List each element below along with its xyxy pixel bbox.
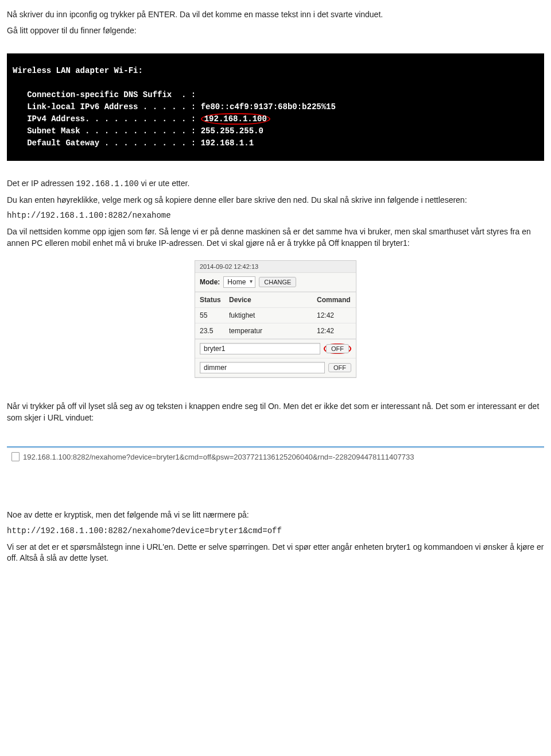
status-value: 55 (200, 311, 226, 319)
after-nexa-p1: Når vi trykker på off vil lyset slå seg … (7, 401, 544, 423)
command-time: 12:42 (317, 327, 351, 335)
code-line-1: hhtp://192.168.1.100:8282/nexahome (7, 210, 544, 222)
nexa-timestamp: 2014-09-02 12:42:13 (195, 261, 356, 273)
device-input[interactable]: dimmer (200, 362, 325, 373)
url-bar[interactable]: 192.168.1.100:8282/nexahome?device=bryte… (7, 449, 544, 465)
input-row-bryter1: bryter1 OFF (195, 339, 356, 358)
terminal-ipv4: IPv4 Address. . . . . . . . . . . : 192.… (13, 113, 538, 125)
device-input[interactable]: bryter1 (200, 343, 320, 354)
terminal-header: Wireless LAN adapter Wi-Fi: (13, 65, 538, 77)
intro-paragraph-2: Gå litt oppover til du finner følgende: (7, 25, 544, 37)
table-row: 55 fuktighet 12:42 (195, 308, 356, 323)
after-terminal-p2: Du kan enten høyreklikke, velge merk og … (7, 195, 544, 206)
input-row-dimmer: dimmer OFF (195, 358, 356, 377)
mode-select[interactable]: Home (223, 276, 255, 288)
col-status: Status (200, 296, 226, 304)
terminal-gateway: Default Gateway . . . . . . . . . : 192.… (13, 137, 538, 149)
off-button-circled: OFF (324, 344, 351, 354)
mode-label: Mode: (200, 278, 220, 286)
page-icon (11, 452, 20, 461)
terminal-ipv6: Link-local IPv6 Address . . . . . : fe80… (13, 101, 538, 113)
nexahome-panel: 2014-09-02 12:42:13 Mode: Home CHANGE St… (195, 260, 356, 378)
nexa-mode-row: Mode: Home CHANGE (195, 273, 356, 292)
terminal-mask: Subnet Mask . . . . . . . . . . . : 255.… (13, 125, 538, 137)
url-text: 192.168.1.100:8282/nexahome?device=bryte… (23, 453, 414, 461)
closing-p1: Noe av dette er kryptisk, men det følgen… (7, 510, 544, 521)
intro-paragraph-1: Nå skriver du inn ipconfig og trykker på… (7, 9, 544, 21)
change-button[interactable]: CHANGE (259, 277, 296, 287)
status-value: 23.5 (200, 327, 226, 335)
off-button[interactable]: OFF (326, 344, 349, 353)
off-button[interactable]: OFF (328, 363, 351, 372)
nexa-columns: Status Device Command (195, 292, 356, 308)
after-terminal-p3: Da vil nettsiden komme opp igjen som før… (7, 226, 544, 249)
terminal-dns: Connection-specific DNS Suffix . : (13, 89, 538, 101)
terminal-output: Wireless LAN adapter Wi-Fi: Connection-s… (7, 53, 544, 161)
device-name: fuktighet (229, 311, 313, 319)
device-name: temperatur (229, 327, 313, 335)
col-command: Command (317, 296, 351, 304)
ip-inline: 192.168.1.100 (76, 179, 138, 188)
closing-p2: Vi ser at det er et spørsmålstegn inne i… (7, 542, 544, 564)
url-bar-container: 192.168.1.100:8282/nexahome?device=bryte… (7, 446, 544, 465)
col-device: Device (229, 296, 313, 304)
command-time: 12:42 (317, 311, 351, 319)
ipv4-circled: 192.168.1.100 (201, 113, 270, 125)
after-terminal-p1: Det er IP adressen 192.168.1.100 vi er u… (7, 178, 544, 190)
table-row: 23.5 temperatur 12:42 (195, 323, 356, 339)
code-line-2: http://192.168.1.100:8282/nexahome?devic… (7, 526, 544, 537)
